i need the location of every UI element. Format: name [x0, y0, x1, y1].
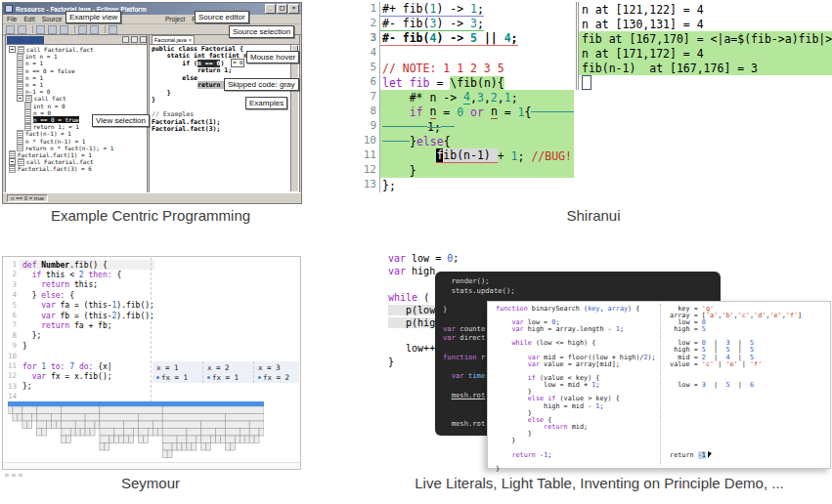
code-line — [666, 367, 802, 374]
trace-call-bar — [182, 443, 187, 451]
editor-scrollbar[interactable] — [290, 45, 298, 191]
tree-item[interactable]: fact(n-1) = 1 — [6, 130, 147, 137]
trace-call-bar — [192, 443, 197, 451]
trace-call-bar — [124, 436, 129, 443]
trace-call-bar — [235, 436, 240, 443]
tree-item[interactable]: n = 1 — [6, 60, 147, 66]
toolbar-icon[interactable] — [18, 25, 26, 34]
call-trace-visualization[interactable] — [8, 406, 264, 459]
bottom-scrollbar[interactable] — [3, 462, 300, 469]
code-line: var high = array.length - 1; — [496, 325, 656, 332]
line-number: 3 — [363, 31, 380, 46]
code-line: 91; — [363, 119, 574, 134]
code-line: 1#+ fib(1) -> 1; — [363, 2, 574, 17]
code-line: 10}else{ — [363, 134, 574, 148]
toolbar-icon[interactable] — [6, 25, 15, 34]
tree-item[interactable]: n = 1 — [6, 74, 147, 81]
toolbar-icon[interactable] — [36, 25, 45, 34]
trace-call-bar — [124, 421, 139, 429]
trace-call-bar — [172, 443, 177, 451]
trace-call-bar — [61, 421, 75, 429]
tree-item-label: n = 1 — [25, 74, 43, 81]
code-line: stats.update(); — [443, 286, 721, 296]
trace-call-bar — [18, 414, 22, 422]
trace-call-bar — [249, 421, 264, 429]
tree-item-label: Factorial.fact(3) = 6 — [18, 165, 92, 172]
expander-icon[interactable] — [9, 158, 16, 165]
trace-call-bar — [85, 421, 95, 429]
trace-call-bar — [100, 429, 114, 437]
menu-item-project[interactable]: Project — [165, 16, 185, 22]
line-number: 12 — [4, 371, 20, 381]
toolbar-icon[interactable] — [60, 25, 68, 34]
line-number: 1 — [4, 260, 20, 270]
expander-icon[interactable] — [17, 95, 23, 102]
probe-cells: x = 1fx = 1x = 2fx = 1x = 3fx = 2x = 4fx… — [153, 361, 299, 383]
line-number: 7 — [4, 320, 20, 330]
tree-item[interactable]: call Factorial.fact — [6, 46, 147, 53]
code-line: 1def Number.fib() { — [4, 260, 154, 270]
menu-item-edit[interactable]: Edit — [23, 16, 34, 22]
tree-item[interactable]: n = 1 — [6, 81, 147, 88]
toolbar-icon[interactable] — [90, 25, 99, 34]
minimize-button[interactable]: _ — [265, 4, 276, 14]
trace-call-bar — [124, 429, 134, 437]
trace-call-bar — [134, 429, 139, 437]
code-line: n at [121,122] = 4 — [579, 2, 832, 17]
line-number: 9 — [4, 341, 20, 351]
probe-x-value: x = 2 — [207, 362, 253, 372]
editor-tab[interactable]: Factorial.java × — [152, 35, 195, 44]
trace-call-bar — [70, 429, 75, 437]
expander-icon[interactable] — [9, 46, 16, 53]
toolbar-icon[interactable] — [109, 25, 117, 34]
tree-item[interactable]: n == 0 = false — [6, 67, 147, 74]
callout-skipped-code: Skipped code: gray — [224, 78, 299, 91]
trace-call-bar — [221, 436, 226, 443]
tree-item[interactable]: n * fact(n-1) = 1 — [6, 137, 147, 144]
trace-call-bar — [13, 414, 18, 422]
tree-item[interactable]: Factorial.fact(3) = 6 — [6, 165, 147, 172]
title-bar[interactable]: Resource - Factorial.java - Eclipse Plat… — [3, 3, 301, 15]
app-icon — [5, 5, 13, 13]
pane-divider — [151, 258, 152, 402]
trace-call-bar — [37, 421, 47, 429]
toolbar-icon[interactable] — [78, 25, 87, 34]
tree-item[interactable]: int n = 1 — [6, 53, 147, 60]
view-close-icon[interactable] — [140, 36, 147, 43]
tree-item[interactable]: Factorial.fact(1) = 1 — [6, 151, 147, 158]
line-number: 5 — [363, 61, 380, 75]
view-minimize-icon[interactable] — [131, 36, 138, 43]
code-line: function binarySearch (key, array) { — [496, 305, 656, 312]
line-number: 10 — [4, 352, 20, 361]
trace-call-bar — [42, 429, 47, 437]
code-line: return -1 — [666, 451, 802, 458]
tree-item[interactable]: call Factorial.fact — [6, 158, 147, 165]
example-view-tab[interactable] — [7, 36, 44, 44]
trace-call-bar — [22, 414, 32, 422]
tree-item-label: fact(n-1) = 1 — [25, 130, 71, 137]
callout-source-editor: Source editor — [195, 11, 249, 23]
trace-call-bar — [105, 443, 109, 451]
trace-call-bar — [138, 436, 143, 443]
toolbar-icon[interactable] — [48, 25, 57, 34]
trace-call-bar — [119, 436, 124, 443]
trace-call-bar — [143, 436, 148, 443]
maximize-button[interactable]: ▢ — [277, 4, 287, 14]
close-button[interactable]: × — [288, 4, 299, 14]
tab-close-icon[interactable]: × — [189, 36, 192, 44]
trace-call-bar — [37, 406, 62, 414]
menu-item-file[interactable]: File — [7, 16, 17, 22]
tree-item[interactable]: return n * fact(n-1); = 1 — [6, 145, 147, 151]
trace-call-bar — [37, 429, 42, 437]
code-line — [666, 416, 802, 423]
code-line: n at [130,131] = 4 — [579, 17, 832, 31]
trace-call-bar — [95, 421, 100, 429]
code-line — [579, 75, 832, 90]
trace-call-bar — [56, 421, 61, 429]
view-menu-icon[interactable] — [122, 36, 129, 43]
code-line: 4 } else: { — [4, 290, 154, 300]
line-number: 13 — [4, 382, 20, 392]
trace-call-bar — [61, 414, 85, 422]
code-line: 10 — [4, 352, 154, 361]
menu-item-source[interactable]: Source — [42, 16, 63, 22]
